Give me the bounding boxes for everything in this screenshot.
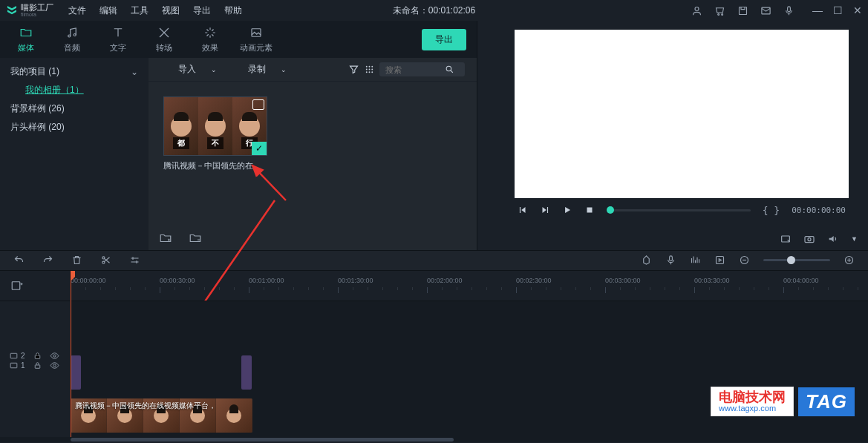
titlebar-right: — ☐ ✕ — [691, 4, 862, 16]
preview-timecode: 00:00:00:00 — [792, 206, 846, 215]
add-track-button[interactable] — [0, 271, 70, 301]
adjust-icon[interactable] — [129, 255, 140, 266]
chevron-down-icon: ⌄ — [131, 67, 138, 77]
tab-audio[interactable]: 音频 — [49, 26, 95, 53]
svg-rect-36 — [35, 364, 40, 367]
lock-icon[interactable] — [33, 351, 42, 361]
redo-icon[interactable] — [42, 255, 53, 266]
project-title: 未命名：00:01:02:06 — [393, 4, 475, 17]
scroll-thumb[interactable] — [71, 438, 454, 442]
zoom-out-icon[interactable] — [739, 255, 750, 266]
fullscreen-icon[interactable] — [780, 233, 792, 245]
clip-title: 腾讯视频－中国领先的在线视频媒体平台， — [75, 401, 248, 411]
tab-media[interactable]: 媒体 — [3, 26, 49, 53]
progress-handle[interactable] — [607, 206, 614, 214]
trash-icon[interactable] — [71, 255, 82, 266]
video-clip[interactable]: 腾讯视频－中国领先的在线视频媒体平台， — [71, 398, 252, 433]
grid-view-icon[interactable] — [364, 64, 375, 75]
volume-icon[interactable] — [827, 233, 839, 245]
preview-progress[interactable] — [607, 209, 751, 211]
svg-rect-3 — [740, 7, 747, 14]
playhead[interactable] — [71, 271, 71, 437]
tab-text[interactable]: 文字 — [95, 26, 141, 53]
mail-icon[interactable] — [760, 5, 771, 16]
marker-icon[interactable] — [641, 255, 652, 266]
cut-icon[interactable] — [100, 255, 111, 266]
mode-tabs: 媒体 音频 文字 转场 效果 动画元素 导出 — [0, 21, 477, 58]
clip-used-icon: ✓ — [252, 142, 267, 155]
track2-head[interactable]: 2 — [0, 351, 71, 361]
svg-point-9 — [366, 66, 368, 68]
menu-edit[interactable]: 编辑 — [99, 4, 117, 17]
track1-head[interactable]: 1 — [0, 361, 71, 370]
svg-point-34 — [53, 354, 55, 356]
menu-tools[interactable]: 工具 — [131, 4, 149, 17]
voiceover-icon[interactable] — [665, 255, 676, 266]
timeline-ruler[interactable]: 00:00:00:0000:00:30:0000:01:00:0000:01:3… — [71, 271, 868, 301]
save-icon[interactable] — [737, 5, 748, 16]
audio-mix-icon[interactable] — [690, 255, 701, 266]
lock-icon[interactable] — [33, 361, 42, 370]
overlay-clip-end[interactable] — [241, 355, 252, 390]
sidebar-item-album[interactable]: 我的相册（1） — [0, 81, 149, 99]
menu-file[interactable]: 文件 — [68, 4, 86, 17]
stop-icon[interactable] — [584, 205, 595, 215]
menu-view[interactable]: 视图 — [162, 4, 180, 17]
sidebar-item-intro[interactable]: 片头样例 (20) — [0, 118, 149, 137]
media-toolbar: 导入⌄ 录制⌄ — [149, 58, 477, 82]
media-sidebar: 我的项目 (1) ⌄ 我的相册（1） 背景样例 (26) 片头样例 (20) — [0, 58, 149, 250]
import-dropdown[interactable]: 导入⌄ — [178, 63, 217, 76]
export-button[interactable]: 导出 — [422, 29, 466, 50]
zoom-handle[interactable] — [787, 256, 795, 264]
play-icon[interactable] — [562, 205, 572, 215]
snapshot-icon[interactable] — [803, 233, 815, 245]
preview-canvas[interactable] — [515, 30, 849, 198]
search-icon — [445, 65, 454, 74]
undo-icon[interactable] — [13, 255, 25, 266]
zoom-slider[interactable] — [763, 259, 830, 261]
svg-point-6 — [68, 35, 71, 37]
logo-icon — [6, 4, 18, 16]
svg-point-2 — [722, 13, 723, 15]
eye-icon[interactable] — [50, 351, 59, 361]
new-folder-icon[interactable] — [159, 232, 172, 245]
mic-icon[interactable] — [783, 5, 794, 16]
next-frame-icon[interactable] — [540, 205, 550, 215]
svg-point-11 — [371, 66, 373, 68]
window-minimize[interactable]: — — [812, 4, 823, 16]
tab-transition[interactable]: 转场 — [141, 26, 187, 53]
more-icon[interactable]: ▼ — [851, 235, 858, 243]
track2-label: 2 — [9, 351, 25, 361]
app-logo: 喵影工厂 filmora — [6, 4, 53, 17]
eye-icon[interactable] — [50, 361, 59, 370]
timeline-scrollbar[interactable] — [0, 437, 868, 443]
svg-rect-27 — [670, 256, 673, 261]
window-maximize[interactable]: ☐ — [833, 4, 843, 16]
music-icon — [65, 26, 79, 39]
sidebar-item-myproject[interactable]: 我的项目 (1) ⌄ — [0, 62, 149, 81]
record-dropdown[interactable]: 录制⌄ — [248, 63, 287, 76]
watermark: 电脑技术网 www.tagxp.com TAG — [711, 387, 855, 416]
render-icon[interactable] — [714, 255, 725, 266]
overlay-clip-start[interactable] — [71, 355, 81, 390]
svg-point-14 — [371, 69, 373, 70]
cart-icon[interactable] — [714, 5, 725, 16]
delete-folder-icon[interactable] — [189, 232, 202, 245]
tab-anim[interactable]: 动画元素 — [233, 26, 279, 53]
menu-help[interactable]: 帮助 — [224, 4, 242, 17]
preview-controls: { } 00:00:00:00 — [515, 198, 849, 222]
media-clip-item[interactable]: 都 不 行 ✓ 腾讯视频－中国领先的在 — [163, 96, 267, 171]
timeline-toolbar — [0, 250, 868, 271]
account-icon[interactable] — [691, 5, 702, 16]
svg-rect-5 — [788, 6, 791, 11]
zoom-in-icon[interactable] — [843, 255, 855, 266]
menu-export[interactable]: 导出 — [193, 4, 211, 17]
search-input[interactable] — [379, 62, 465, 76]
prev-frame-icon[interactable] — [518, 205, 528, 215]
sidebar-item-background[interactable]: 背景样例 (26) — [0, 99, 149, 118]
tab-effect[interactable]: 效果 — [187, 26, 233, 53]
main-menu: 文件 编辑 工具 视图 导出 帮助 — [68, 4, 242, 17]
window-close[interactable]: ✕ — [853, 4, 862, 16]
filter-icon[interactable] — [348, 64, 359, 75]
svg-point-10 — [369, 66, 371, 68]
